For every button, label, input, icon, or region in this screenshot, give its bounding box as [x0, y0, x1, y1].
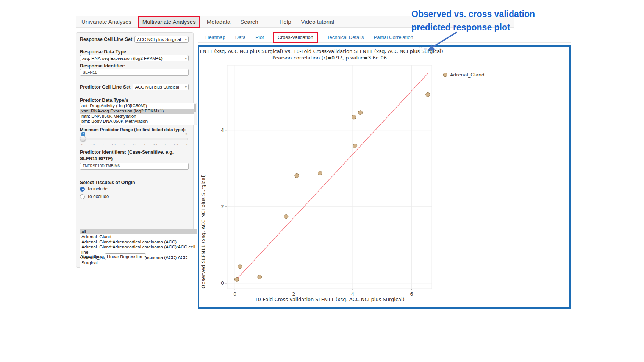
- tab-plot[interactable]: Plot: [255, 33, 264, 42]
- svg-text:4: 4: [351, 291, 354, 297]
- data-point: [352, 115, 356, 119]
- slider-track[interactable]: [81, 138, 188, 140]
- legend-marker-icon: [443, 73, 447, 77]
- predictor-data-types-list[interactable]: act: Drug Activity (-log10[IC50M])xsq: R…: [80, 103, 197, 125]
- data-point: [353, 144, 357, 148]
- response-identifier-input[interactable]: [80, 69, 189, 76]
- algorithm-label: Algorithm: [80, 254, 102, 259]
- tab-heatmap[interactable]: Heatmap: [205, 33, 226, 42]
- slider-tick-label: 4.5: [174, 143, 178, 146]
- algorithm-select[interactable]: Linear Regression ▾: [105, 253, 146, 260]
- radio-to-include[interactable]: To include: [80, 186, 109, 192]
- radio-button-icon[interactable]: [80, 187, 85, 192]
- tab-cross-validation[interactable]: Cross-Validation: [273, 32, 318, 43]
- data-point: [318, 171, 322, 175]
- gridlines: [227, 65, 432, 289]
- legend-item-adrenal-gland[interactable]: Adrenal_Gland: [443, 72, 485, 78]
- cross-validation-panel: ⛶⊕⊖⤢⌂ SLFN11 (xsq, ACC NCI plus Surgical…: [198, 45, 571, 309]
- cross-validation-scatter-plot: 0246024: [199, 47, 569, 307]
- predictor-cell-line-set-select[interactable]: ACC NCI plus Surgical ▾: [133, 84, 189, 90]
- slider-tick-label: 1.5: [111, 143, 115, 146]
- nav-item-metadata[interactable]: Metadata: [203, 17, 234, 27]
- x-axis-title: 10-Fold Cross-Validation SLFN11 (xsq, AC…: [227, 296, 432, 302]
- data-point: [238, 265, 242, 269]
- response-cell-line-set-label: Response Cell Line Set: [80, 37, 132, 42]
- nav-item-video-tutorial[interactable]: Video tutorial: [298, 17, 338, 27]
- fit-line: [238, 73, 428, 278]
- scrollbar-thumb[interactable]: [194, 104, 196, 112]
- tab-technical-details[interactable]: Technical Details: [326, 33, 365, 42]
- response-identifier-label: Response Identifier:: [80, 63, 125, 69]
- nav-item-multivariate-analyses[interactable]: Multivariate Analyses: [138, 16, 200, 28]
- tab-data[interactable]: Data: [234, 33, 246, 42]
- slider-tick-label: 5: [186, 143, 187, 146]
- svg-text:2: 2: [292, 291, 295, 297]
- legend-label: Adrenal_Gland: [450, 72, 485, 78]
- nav-item-help[interactable]: Help: [276, 17, 295, 27]
- response-data-type-label: Response Data Type: [80, 49, 126, 55]
- svg-text:4: 4: [221, 127, 224, 133]
- slider-tick-label: 3.5: [153, 143, 157, 146]
- chevron-down-icon: ▾: [142, 255, 146, 259]
- radio-to-exclude[interactable]: To exclude: [80, 194, 109, 199]
- annotation-arrow-icon: [427, 30, 461, 53]
- annotation-line-1: Observed vs. cross validation: [411, 8, 535, 21]
- scatter-points: [234, 92, 430, 281]
- data-point: [258, 275, 262, 279]
- predictor-cell-line-set-label: Predictor Cell Line Set: [80, 84, 130, 90]
- slider-tick-label: 0: [81, 143, 83, 146]
- slider-tick-label: 2.5: [132, 143, 136, 146]
- data-point: [234, 277, 239, 281]
- list-option-act-drug-activity-log10-ic50m[interactable]: act: Drug Activity (-log10[IC50M]): [80, 103, 197, 109]
- tissue-list[interactable]: allAdrenal_GlandAdrenal_Gland:Adrenocort…: [80, 229, 197, 268]
- predictor-identifiers-label: Predictor Identifiers: (Case-Sensitive, …: [80, 149, 188, 162]
- list-option-bmt-body-dna-850k-methylation[interactable]: bmt: Body DNA 850K Methylation: [80, 119, 197, 124]
- chevron-down-icon: ▾: [183, 85, 187, 89]
- nav-item-search[interactable]: Search: [237, 17, 262, 27]
- slider-handle[interactable]: [80, 136, 86, 142]
- scrollbar[interactable]: [194, 103, 197, 125]
- response-cell-line-set-select[interactable]: ACC NCI plus Surgical ▾: [134, 36, 189, 43]
- min-predictor-range-slider: 0 5 00.511.522.533.544.55: [81, 132, 188, 148]
- response-data-type-select[interactable]: xsq: RNA-seq Expression (log2 FPKM+1) ▾: [80, 55, 189, 61]
- data-point: [295, 173, 299, 178]
- list-option-xsq-rna-seq-expression-log2-fpkm-1[interactable]: xsq: RNA-seq Expression (log2 FPKM+1): [80, 109, 197, 114]
- list-option-adrenal-gland-adrenocortical-carcinoma-acc[interactable]: Adrenal_Gland:Adrenocortical carcinoma (…: [80, 240, 197, 245]
- slider-tick-labels: 00.511.522.533.544.55: [81, 143, 187, 146]
- nav-item-univariate-analyses[interactable]: Univariate Analyses: [78, 17, 135, 27]
- chevron-down-icon: ▾: [183, 56, 187, 60]
- y-axis-title: Observed SLFN11 (xsq, ACC NCI plus Surgi…: [200, 65, 206, 289]
- list-option-mth-dna-850k-methylation[interactable]: mth: DNA 850K Methylation: [80, 114, 197, 119]
- list-option-adrenal-gland[interactable]: Adrenal_Gland: [80, 234, 197, 240]
- radio-label: To include: [87, 186, 108, 192]
- slider-tick-label: 1: [102, 143, 104, 146]
- data-point: [284, 215, 288, 219]
- slider-tick-label: 2: [123, 143, 125, 146]
- predictor-identifiers-input[interactable]: [80, 163, 189, 170]
- radio-button-icon[interactable]: [80, 194, 85, 199]
- svg-text:0: 0: [233, 291, 236, 297]
- tissue-origin-label: Select Tissue/s of Origin: [80, 180, 135, 185]
- min-predictor-range-label: Minimum Predictor Range (for first liste…: [80, 127, 186, 132]
- axis-ticks: 0246024: [221, 127, 413, 297]
- svg-text:6: 6: [410, 291, 413, 297]
- data-point: [426, 92, 430, 97]
- predictor-data-types-label: Predictor Data Type/s: [80, 98, 128, 103]
- data-point: [358, 111, 363, 115]
- slider-max-label: 5: [186, 133, 187, 136]
- svg-text:2: 2: [221, 204, 224, 209]
- slider-tick-label: 4: [165, 143, 166, 146]
- analysis-form-sidebar: Response Cell Line Set ACC NCI plus Surg…: [76, 32, 194, 268]
- chevron-down-icon: ▾: [183, 37, 187, 41]
- radio-label: To exclude: [87, 194, 109, 199]
- list-option-all[interactable]: all: [80, 229, 197, 234]
- tab-partial-correlation[interactable]: Partial Correlation: [373, 33, 414, 42]
- svg-text:0: 0: [221, 280, 224, 286]
- slider-tick-label: 0.5: [91, 143, 94, 146]
- slider-tick-label: 3: [144, 143, 145, 146]
